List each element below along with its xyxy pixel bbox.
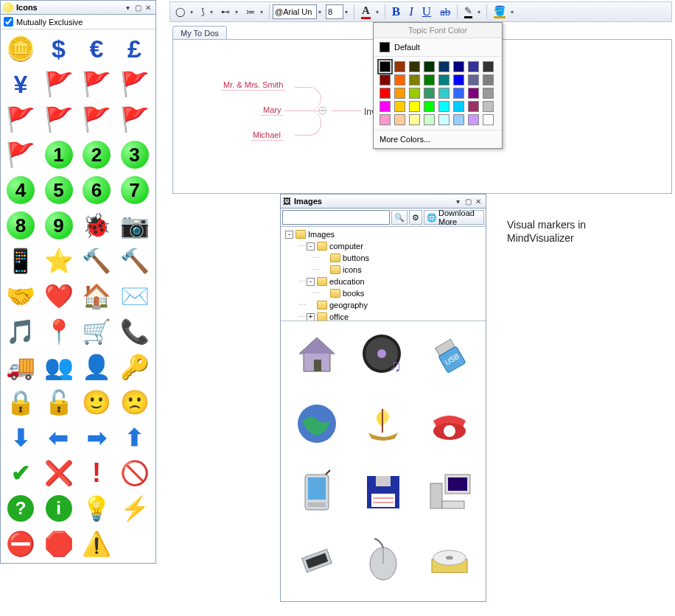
gallery-item-floppy[interactable] — [352, 463, 415, 522]
color-swatch[interactable] — [380, 114, 391, 125]
color-swatch[interactable] — [424, 114, 435, 125]
icon-num-7[interactable]: 7 — [116, 172, 153, 208]
icon-telephone[interactable]: 📞 — [116, 314, 153, 349]
icon-pound[interactable]: £ — [116, 31, 153, 66]
icon-flag-blue[interactable]: 🚩 — [78, 66, 115, 102]
panel-close-icon[interactable]: ✕ — [473, 196, 483, 206]
font-size-combo[interactable] — [326, 4, 343, 19]
color-swatch[interactable] — [380, 61, 391, 72]
color-swatch[interactable] — [438, 88, 450, 99]
color-swatch[interactable] — [424, 74, 435, 85]
icon-info[interactable]: i — [41, 491, 77, 526]
icon-smiley-happy[interactable]: 🙂 — [78, 385, 115, 420]
panel-min-icon[interactable]: ▾ — [122, 2, 133, 13]
tree-toggle-icon[interactable]: - — [285, 231, 293, 239]
tree-toggle-icon[interactable]: + — [307, 313, 315, 321]
icon-lightbulb[interactable]: 💡 — [78, 491, 115, 526]
gallery-item-cd-music[interactable]: ♫ — [352, 326, 415, 385]
color-swatch[interactable] — [409, 101, 420, 112]
shape-connector-icon[interactable]: ⊷ — [217, 4, 234, 20]
color-swatch[interactable] — [453, 101, 464, 112]
font-name-combo[interactable] — [273, 4, 317, 19]
tree-item[interactable]: -Images — [282, 228, 484, 240]
icon-stop[interactable]: 🛑 — [41, 526, 77, 561]
color-swatch[interactable] — [483, 114, 494, 125]
icon-lock-closed[interactable]: 🔒 — [2, 385, 39, 420]
icon-key[interactable]: 🔑 — [116, 349, 153, 385]
color-swatch[interactable] — [468, 88, 479, 99]
color-swatch[interactable] — [438, 101, 450, 112]
color-swatch[interactable] — [468, 74, 479, 85]
icon-pushpin[interactable]: 📍 — [41, 314, 77, 349]
icon-dollar[interactable]: $ — [41, 31, 77, 66]
color-swatch[interactable] — [424, 61, 435, 72]
color-swatch[interactable] — [453, 61, 464, 72]
color-swatch[interactable] — [394, 74, 405, 85]
tree-toggle-icon[interactable]: - — [307, 242, 315, 251]
italic-button[interactable]: I — [405, 4, 417, 20]
icon-flag-yellow[interactable]: 🚩 — [2, 137, 39, 172]
color-swatch[interactable] — [409, 114, 420, 125]
mindmap-node[interactable]: Michael — [251, 130, 283, 141]
color-swatch[interactable] — [394, 114, 405, 125]
tree-item[interactable]: ⋯-education — [282, 276, 484, 287]
gallery-item-globe[interactable] — [285, 394, 349, 453]
tree-item[interactable]: ⋯+office — [282, 311, 484, 321]
panel-close-icon[interactable]: ✕ — [143, 2, 153, 13]
icon-num-3[interactable]: 3 — [116, 137, 153, 172]
color-swatch[interactable] — [483, 74, 494, 85]
icon-shopping-cart[interactable]: 🛒 — [78, 314, 115, 349]
color-swatch[interactable] — [438, 114, 450, 125]
icon-num-5[interactable]: 5 — [41, 172, 77, 208]
color-swatch[interactable] — [394, 88, 405, 99]
icon-star[interactable]: ⭐ — [41, 243, 77, 279]
icon-exclaim[interactable]: ! — [78, 455, 115, 491]
color-swatch[interactable] — [394, 61, 405, 72]
gallery-item-telephone[interactable] — [418, 394, 481, 453]
tree-item[interactable]: ⋯buttons — [282, 252, 484, 264]
icon-flag-orange[interactable]: 🚩 — [2, 102, 39, 137]
icon-smiley-sad[interactable]: 🙁 — [116, 385, 153, 420]
gallery-item-cdrom[interactable] — [418, 531, 481, 590]
icon-num-2[interactable]: 2 — [78, 137, 115, 172]
icon-camera[interactable]: 📷 — [116, 208, 153, 243]
color-swatch[interactable] — [424, 101, 435, 112]
icon-check[interactable]: ✔ — [2, 455, 39, 491]
icon-ladybug[interactable]: 🐞 — [78, 208, 115, 243]
dropdown-icon[interactable]: ▾ — [345, 9, 351, 15]
panel-restore-icon[interactable]: ▢ — [463, 196, 473, 206]
icon-warning[interactable]: ⚠️ — [78, 526, 115, 561]
font-color-button[interactable]: A — [357, 4, 374, 20]
dropdown-icon[interactable]: ▾ — [190, 9, 196, 15]
line-color-button[interactable]: ✎ — [461, 4, 476, 20]
icon-flag-red[interactable]: 🚩 — [78, 102, 115, 137]
tree-item[interactable]: ⋯geography — [282, 299, 484, 311]
icon-truck[interactable]: 🚚 — [2, 349, 39, 385]
color-swatch[interactable] — [380, 101, 391, 112]
color-swatch[interactable] — [483, 88, 494, 99]
dropdown-icon[interactable]: ▾ — [478, 9, 483, 15]
icon-flag-black[interactable]: 🚩 — [41, 66, 77, 102]
icon-cancel-x[interactable]: ❌ — [41, 455, 77, 491]
icon-people[interactable]: 👥 — [41, 349, 77, 385]
fill-color-button[interactable]: 🪣 — [490, 4, 509, 20]
icon-num-1[interactable]: 1 — [41, 137, 77, 172]
icon-lock-open[interactable]: 🔓 — [41, 385, 77, 420]
dropdown-icon[interactable]: ▾ — [511, 9, 517, 15]
icon-arrow-left[interactable]: ⬅ — [41, 420, 77, 455]
icon-num-4[interactable]: 4 — [2, 172, 39, 208]
bold-button[interactable]: B — [388, 4, 404, 20]
icon-arrow-down[interactable]: ⬇ — [2, 420, 39, 455]
icon-arrow-up[interactable]: ⬆ — [116, 420, 153, 455]
underline-button[interactable]: U — [419, 4, 435, 20]
gallery-item-usb[interactable]: USB — [418, 326, 481, 385]
mindmap-node[interactable]: Mary — [261, 105, 283, 116]
color-default-row[interactable]: Default — [374, 38, 502, 57]
gallery-item-ship[interactable] — [352, 394, 415, 453]
tab-my-todos[interactable]: My To Dos — [172, 26, 227, 40]
panel-min-icon[interactable]: ▾ — [452, 196, 463, 206]
icon-mobile[interactable]: 📱 — [2, 243, 39, 279]
icon-flag-white[interactable]: 🚩 — [116, 102, 153, 137]
color-swatch[interactable] — [468, 114, 479, 125]
color-swatch[interactable] — [409, 74, 420, 85]
